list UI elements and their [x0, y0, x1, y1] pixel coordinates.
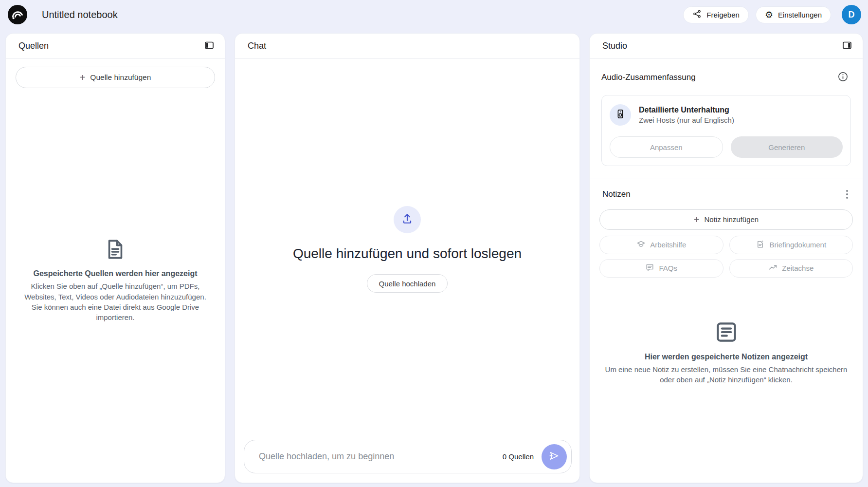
chat-empty-heading: Quelle hinzufügen und sofort loslegen — [293, 246, 522, 262]
studio-panel-header: Studio — [590, 34, 863, 59]
chip-briefing-doc[interactable]: Briefingdokument — [729, 236, 853, 254]
upload-circle — [394, 206, 421, 233]
chip-label: Arbeitshilfe — [650, 241, 686, 249]
info-icon — [838, 72, 848, 83]
settings-button-label: Einstellungen — [778, 11, 822, 19]
gear-icon: ⚙ — [765, 10, 773, 19]
sources-panel-title: Quellen — [18, 41, 49, 51]
share-icon — [692, 9, 702, 20]
notes-menu-button[interactable] — [843, 187, 851, 202]
generate-button[interactable]: Generieren — [731, 136, 843, 158]
sources-panel: Quellen + Quelle hinzufügen — [5, 33, 225, 483]
upload-icon — [401, 212, 414, 227]
audio-overview-section: Audio-Zusammenfassung — [590, 59, 863, 179]
chat-panel-header: Chat — [235, 34, 579, 59]
document-icon — [104, 238, 127, 262]
notes-title: Notizen — [602, 189, 631, 199]
chat-empty-state: Quelle hinzufügen und sofort loslegen Qu… — [235, 59, 579, 440]
graduation-cap-icon — [636, 240, 646, 250]
briefing-doc-icon — [756, 240, 765, 250]
timeline-icon — [768, 263, 778, 274]
faq-bubble-icon — [645, 263, 654, 274]
audio-overview-title: Audio-Zusammenfassung — [601, 73, 696, 82]
audio-overview-card: Detaillierte Unterhaltung Zwei Hosts (nu… — [601, 95, 851, 166]
share-button-label: Freigeben — [706, 11, 740, 19]
sources-panel-body: + Quelle hinzufügen Gespeicherte Quellen… — [6, 59, 225, 483]
add-source-button[interactable]: + Quelle hinzufügen — [16, 67, 215, 88]
upload-source-button[interactable]: Quelle hochladen — [367, 274, 448, 293]
settings-button[interactable]: ⚙ Einstellungen — [756, 6, 831, 23]
sources-empty-state: Gespeicherte Quellen werden hier angezei… — [16, 88, 215, 473]
chip-label: FAQs — [659, 264, 677, 272]
add-note-button[interactable]: + Notiz hinzufügen — [599, 209, 853, 230]
send-icon — [548, 450, 560, 463]
topbar-actions: Freigeben ⚙ Einstellungen D — [683, 5, 861, 24]
studio-panel: Studio Audio-Zusammenfassung — [589, 33, 863, 483]
notebook-title[interactable]: Untitled notebook — [42, 9, 118, 20]
chat-input-bar: 0 Quellen — [244, 440, 572, 473]
studio-panel-title: Studio — [602, 41, 627, 51]
sources-empty-body: Klicken Sie oben auf „Quelle hinzufügen“… — [21, 281, 209, 322]
notes-empty-state: Hier werden gespeicherte Notizen angezei… — [599, 320, 853, 385]
chat-panel-title: Chat — [248, 41, 266, 51]
collapse-studio-panel-button[interactable] — [839, 37, 855, 55]
collapse-sources-panel-button[interactable] — [201, 37, 217, 55]
avatar[interactable]: D — [842, 5, 861, 24]
panel-left-icon — [204, 40, 214, 52]
workspace: Quellen + Quelle hinzufügen — [5, 33, 864, 483]
notes-empty-body: Um eine neue Notiz zu erstellen, müssen … — [599, 364, 853, 385]
panel-right-icon — [842, 40, 852, 52]
speaker-icon-circle — [610, 104, 631, 126]
audio-info-button[interactable] — [835, 69, 851, 86]
note-icon — [715, 320, 738, 346]
notebooklm-logo-icon[interactable] — [8, 5, 27, 24]
add-source-label: Quelle hinzufügen — [90, 73, 151, 82]
top-bar: Untitled notebook Freigeben ⚙ Einstellun… — [0, 0, 868, 29]
chat-panel: Chat Quelle hinzufügen und sofort losleg… — [235, 33, 580, 483]
chip-timeline[interactable]: Zeitachse — [729, 259, 853, 278]
note-type-chips: Arbeitshilfe Briefingdokument — [599, 236, 853, 278]
chip-faqs[interactable]: FAQs — [599, 259, 723, 278]
customize-button[interactable]: Anpassen — [610, 136, 723, 158]
chat-input[interactable] — [258, 451, 499, 462]
audio-card-subtitle: Zwei Hosts (nur auf Englisch) — [639, 116, 734, 124]
audio-card-title: Detaillierte Unterhaltung — [639, 106, 734, 114]
chip-label: Zeitachse — [782, 264, 814, 272]
send-button[interactable] — [542, 444, 567, 469]
chip-study-guide[interactable]: Arbeitshilfe — [599, 236, 723, 254]
chip-label: Briefingdokument — [769, 241, 826, 249]
add-note-label: Notiz hinzufügen — [704, 215, 759, 224]
notes-section: Notizen + Notiz hinzufügen Arb — [590, 179, 863, 483]
plus-icon: + — [80, 73, 86, 82]
speaker-icon — [615, 109, 626, 121]
notes-empty-title: Hier werden gespeicherte Notizen angezei… — [645, 353, 808, 361]
share-button[interactable]: Freigeben — [683, 6, 749, 23]
sources-panel-header: Quellen — [6, 34, 225, 59]
plus-icon: + — [694, 215, 700, 225]
sources-empty-title: Gespeicherte Quellen werden hier angezei… — [34, 269, 198, 278]
source-count-label: 0 Quellen — [503, 452, 534, 461]
